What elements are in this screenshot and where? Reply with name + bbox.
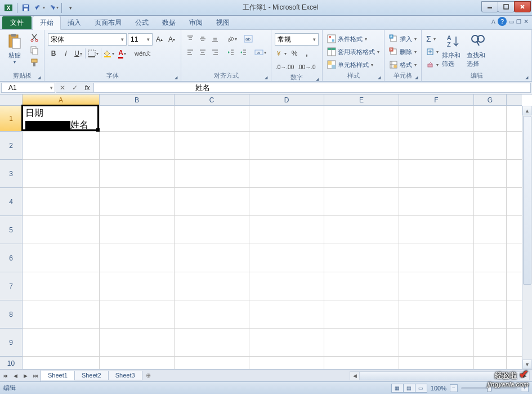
scroll-up-icon[interactable]: ▲ — [522, 106, 532, 115]
cell[interactable] — [474, 300, 507, 328]
row-header-10[interactable]: 10 — [0, 357, 22, 369]
cell[interactable] — [474, 188, 507, 215]
cell[interactable] — [399, 216, 474, 244]
cell[interactable] — [23, 106, 100, 131]
horizontal-scrollbar[interactable]: ◀ ▶ — [350, 371, 530, 380]
col-header-B[interactable]: B — [100, 95, 175, 105]
cell[interactable] — [474, 244, 507, 272]
cell[interactable] — [399, 106, 474, 131]
sheet-tab-2[interactable]: Sheet2 — [74, 371, 109, 380]
cell[interactable] — [23, 329, 100, 356]
cell[interactable] — [23, 300, 100, 328]
align-left-icon[interactable] — [185, 47, 196, 58]
row-header-9[interactable]: 9 — [0, 329, 22, 357]
ribbon-min-icon[interactable]: ᐱ — [491, 19, 495, 25]
cell[interactable] — [249, 106, 324, 131]
paste-button[interactable]: 粘贴▾ — [3, 31, 26, 65]
cell[interactable] — [399, 244, 474, 272]
enter-icon[interactable]: ✓ — [69, 83, 81, 92]
wb-minimize-icon[interactable]: ▭ — [509, 19, 514, 25]
cell[interactable] — [23, 272, 100, 300]
cell[interactable] — [23, 244, 100, 272]
cell[interactable] — [249, 216, 324, 244]
align-top-icon[interactable] — [185, 33, 196, 44]
italic-icon[interactable]: I — [60, 48, 71, 59]
name-box[interactable]: A1 — [1, 83, 55, 93]
col-header-G[interactable]: G — [474, 95, 507, 105]
cell[interactable] — [249, 188, 324, 215]
select-all-corner[interactable] — [0, 95, 23, 106]
cell[interactable] — [474, 357, 507, 369]
row-header-8[interactable]: 8 — [0, 300, 22, 329]
cell[interactable] — [324, 357, 399, 369]
fill-button[interactable] — [425, 46, 440, 57]
row-header-2[interactable]: 2 — [0, 132, 22, 160]
cell[interactable] — [324, 188, 399, 215]
format-table-button[interactable]: 套用表格格式 — [326, 46, 381, 57]
cell[interactable] — [399, 329, 474, 356]
cells-area[interactable]: 日期姓名 — [23, 106, 522, 369]
fx-icon[interactable]: fx — [81, 83, 93, 92]
cut-icon[interactable] — [28, 32, 41, 43]
col-header-F[interactable]: F — [399, 95, 474, 105]
cell[interactable] — [474, 132, 507, 159]
view-break-icon[interactable]: ▭ — [415, 384, 427, 393]
col-header-E[interactable]: E — [324, 95, 399, 105]
fill-color-icon[interactable] — [102, 48, 115, 59]
vertical-scrollbar[interactable]: ▲ ▼ — [522, 106, 532, 369]
row-header-4[interactable]: 4 — [0, 188, 22, 216]
view-layout-icon[interactable]: ▤ — [403, 384, 415, 393]
help-icon[interactable]: ? — [498, 17, 507, 26]
scroll-left-icon[interactable]: ◀ — [350, 372, 359, 380]
zoom-slider[interactable] — [461, 387, 517, 389]
cell[interactable] — [100, 188, 175, 215]
tab-data[interactable]: 数据 — [155, 16, 182, 29]
cell[interactable] — [23, 188, 100, 215]
cell[interactable] — [399, 272, 474, 300]
cell[interactable] — [324, 272, 399, 300]
align-middle-icon[interactable] — [197, 33, 208, 44]
insert-cells-button[interactable]: +插入 — [388, 33, 418, 44]
cell[interactable] — [474, 216, 507, 244]
cell[interactable] — [324, 160, 399, 187]
cell[interactable] — [324, 132, 399, 159]
increase-font-icon[interactable]: A▴ — [154, 34, 165, 45]
cell[interactable] — [249, 244, 324, 272]
cell[interactable] — [100, 216, 175, 244]
cell[interactable] — [175, 329, 249, 356]
phonetic-icon[interactable]: wén文 — [133, 48, 152, 59]
tab-nav-next-icon[interactable]: ▶ — [20, 370, 30, 381]
wrap-text-icon[interactable]: ab — [243, 33, 254, 44]
col-header-A[interactable]: A — [23, 95, 100, 105]
cell[interactable] — [474, 272, 507, 300]
tab-nav-first-icon[interactable]: ⏮ — [0, 370, 10, 381]
format-cells-button[interactable]: 格式 — [388, 59, 418, 70]
cell[interactable] — [23, 160, 100, 187]
cell[interactable] — [175, 357, 249, 369]
cell[interactable] — [175, 300, 249, 328]
undo-icon[interactable] — [33, 2, 46, 14]
cell[interactable] — [23, 216, 100, 244]
cell[interactable] — [324, 216, 399, 244]
view-normal-icon[interactable]: ▦ — [391, 384, 404, 393]
close-button[interactable] — [514, 1, 531, 12]
number-format-select[interactable]: 常规 — [275, 33, 319, 46]
cell[interactable] — [23, 357, 100, 369]
cell[interactable] — [474, 106, 507, 131]
format-painter-icon[interactable] — [28, 57, 41, 68]
align-bottom-icon[interactable] — [209, 33, 221, 44]
cell[interactable] — [100, 132, 175, 159]
maximize-button[interactable] — [498, 1, 515, 12]
wb-restore-icon[interactable]: ❐ — [516, 19, 521, 25]
cell[interactable] — [23, 132, 100, 159]
cell[interactable] — [100, 329, 175, 356]
cell[interactable] — [175, 132, 249, 159]
new-sheet-icon[interactable]: ⊕ — [142, 371, 154, 380]
zoom-out-icon[interactable]: − — [450, 384, 458, 392]
bold-icon[interactable]: B — [48, 48, 59, 59]
cell[interactable] — [100, 244, 175, 272]
find-select-button[interactable]: 查找和选择 — [467, 31, 489, 68]
font-name-select[interactable]: 宋体 — [48, 33, 127, 46]
decrease-indent-icon[interactable] — [225, 47, 236, 58]
font-color-icon[interactable]: A — [117, 48, 128, 59]
